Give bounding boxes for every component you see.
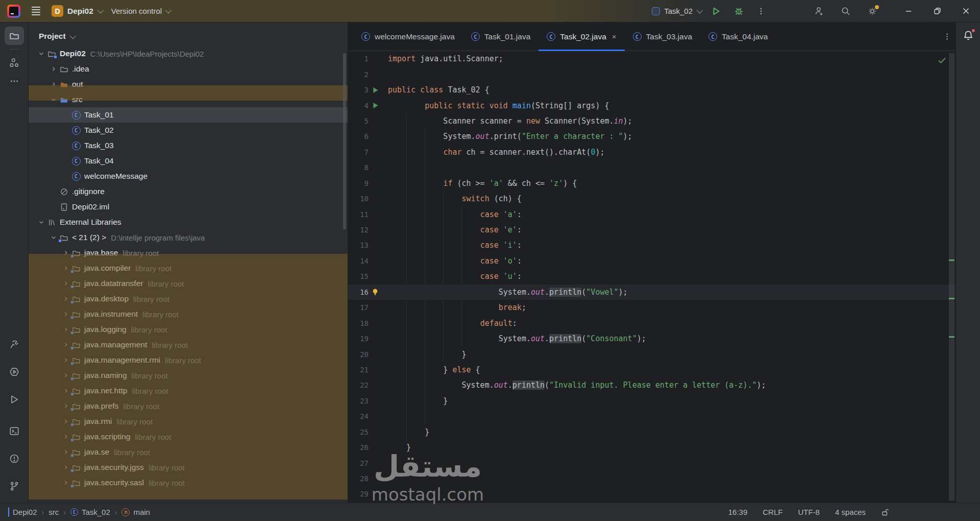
tab-welcomemessage-java[interactable]: CwelcomeMessage.java bbox=[353, 22, 463, 51]
line-number[interactable]: 13 bbox=[348, 241, 369, 249]
chevron-right-icon[interactable] bbox=[60, 418, 71, 424]
line-number[interactable]: 10 bbox=[348, 195, 369, 203]
tree-item-java-management-rmi[interactable]: java.management.rmilibrary root bbox=[29, 352, 348, 368]
tree-item-task-01[interactable]: CTask_01 bbox=[29, 107, 348, 123]
indent-setting[interactable]: 4 spaces bbox=[835, 508, 866, 516]
tab-options-button[interactable] bbox=[938, 22, 955, 51]
code-line-22[interactable]: 22 System.out.println("Invalid input. Pl… bbox=[348, 377, 955, 393]
line-number[interactable]: 1 bbox=[348, 55, 369, 63]
line-number[interactable]: 23 bbox=[348, 397, 369, 405]
chevron-down-icon[interactable] bbox=[48, 234, 59, 241]
tree-item-java-prefs[interactable]: java.prefslibrary root bbox=[29, 398, 348, 414]
code-line-4[interactable]: 4 public static void main(String[] args)… bbox=[348, 98, 955, 113]
tree-item-java-management[interactable]: java.managementlibrary root bbox=[29, 337, 348, 352]
code-line-15[interactable]: 15 case 'u': bbox=[348, 269, 955, 284]
code-line-8[interactable]: 8 bbox=[348, 160, 955, 175]
tree-item-java-security-jgss[interactable]: java.security.jgsslibrary root bbox=[29, 460, 348, 475]
tree-item-task-04[interactable]: CTask_04 bbox=[29, 153, 348, 169]
services-tool-button[interactable] bbox=[5, 363, 24, 381]
chevron-right-icon[interactable] bbox=[60, 250, 71, 256]
chevron-right-icon[interactable] bbox=[60, 311, 71, 317]
tree-item-java-security-sasl[interactable]: java.security.sasllibrary root bbox=[29, 475, 348, 490]
line-number[interactable]: 3 bbox=[348, 86, 369, 94]
run-tool-button[interactable] bbox=[5, 390, 24, 409]
structure-tool-button[interactable] bbox=[5, 54, 24, 72]
code-line-21[interactable]: 21 } else { bbox=[348, 362, 955, 377]
main-menu-button[interactable] bbox=[30, 5, 42, 17]
line-separator[interactable]: CRLF bbox=[763, 508, 782, 516]
tree-item-task-02[interactable]: CTask_02 bbox=[29, 123, 348, 138]
tree-scrollbar[interactable] bbox=[343, 53, 346, 229]
chevron-right-icon[interactable] bbox=[60, 342, 71, 348]
settings-button[interactable] bbox=[865, 4, 880, 19]
tree-item-java-rmi[interactable]: java.rmilibrary root bbox=[29, 414, 348, 429]
tab-task-04-java[interactable]: CTask_04.java bbox=[700, 22, 776, 51]
window-minimize-button[interactable] bbox=[894, 0, 923, 22]
tree-item-depi02-iml[interactable]: Depi02.iml bbox=[29, 199, 348, 215]
code-editor[interactable]: 1import java.util.Scanner;23public class… bbox=[348, 51, 955, 503]
caret-position[interactable]: 16:39 bbox=[728, 508, 748, 516]
code-line-6[interactable]: 6 System.out.print("Enter a character : … bbox=[348, 129, 955, 144]
tree-item-java-compiler[interactable]: java.compilerlibrary root bbox=[29, 260, 348, 276]
terminal-tool-button[interactable] bbox=[5, 422, 24, 440]
breadcrumb-depi02[interactable]: Depi02 bbox=[8, 508, 37, 516]
chevron-right-icon[interactable] bbox=[60, 280, 71, 287]
tree-item-java-logging[interactable]: java.logginglibrary root bbox=[29, 322, 348, 337]
line-number[interactable]: 14 bbox=[348, 257, 369, 265]
tree-item-depi02[interactable]: Depi02C:\Users\HP\IdeaProjects\Depi02 bbox=[29, 46, 348, 61]
line-number[interactable]: 2 bbox=[348, 70, 369, 79]
line-number[interactable]: 18 bbox=[348, 319, 369, 327]
breadcrumb-main[interactable]: mmain bbox=[121, 508, 150, 516]
chevron-down-icon[interactable] bbox=[36, 219, 47, 225]
version-control-tool-button[interactable] bbox=[5, 477, 24, 495]
run-gutter-icon[interactable] bbox=[369, 87, 382, 93]
chevron-right-icon[interactable] bbox=[60, 480, 71, 486]
window-restore-button[interactable] bbox=[923, 0, 951, 22]
tree-item-welcomemessage[interactable]: CwelcomeMessage bbox=[29, 169, 348, 184]
line-number[interactable]: 9 bbox=[348, 179, 369, 187]
project-panel-header[interactable]: Project bbox=[29, 22, 348, 46]
tree-item--21-2-[interactable]: < 21 (2) >D:\intellje program files\java bbox=[29, 230, 348, 245]
tab-task-02-java[interactable]: CTask_02.java× bbox=[538, 22, 624, 51]
code-line-19[interactable]: 19 System.out.println("Consonant"); bbox=[348, 331, 955, 346]
line-number[interactable]: 15 bbox=[348, 272, 369, 280]
code-with-me-button[interactable] bbox=[812, 4, 827, 19]
code-line-17[interactable]: 17 break; bbox=[348, 300, 955, 315]
line-number[interactable]: 24 bbox=[348, 412, 369, 420]
close-tab-icon[interactable]: × bbox=[612, 32, 617, 41]
build-tool-button[interactable] bbox=[5, 335, 24, 353]
code-line-18[interactable]: 18 default: bbox=[348, 315, 955, 330]
window-close-button[interactable] bbox=[951, 0, 980, 22]
tree-item-java-net-http[interactable]: java.net.httplibrary root bbox=[29, 383, 348, 398]
usage-marker[interactable] bbox=[949, 336, 954, 338]
vcs-widget[interactable]: Version control bbox=[111, 7, 170, 15]
code-line-24[interactable]: 24 bbox=[348, 409, 955, 424]
line-number[interactable]: 7 bbox=[348, 148, 369, 156]
chevron-down-icon[interactable] bbox=[48, 97, 59, 103]
code-line-29[interactable]: 29 bbox=[348, 486, 955, 502]
line-number[interactable]: 20 bbox=[348, 350, 369, 359]
chevron-right-icon[interactable] bbox=[60, 296, 71, 302]
tree-item-java-naming[interactable]: java.naminglibrary root bbox=[29, 368, 348, 383]
tree-item-out[interactable]: out bbox=[29, 77, 348, 92]
code-line-11[interactable]: 11 case 'a': bbox=[348, 206, 955, 222]
run-button[interactable] bbox=[708, 4, 724, 19]
chevron-right-icon[interactable] bbox=[48, 66, 59, 72]
chevron-right-icon[interactable] bbox=[60, 372, 71, 378]
line-number[interactable]: 6 bbox=[348, 132, 369, 140]
code-line-28[interactable]: 28 bbox=[348, 471, 955, 486]
tree-item-src[interactable]: src bbox=[29, 92, 348, 107]
line-number[interactable]: 22 bbox=[348, 381, 369, 389]
editor-scrollbar[interactable] bbox=[949, 53, 954, 501]
line-number[interactable]: 12 bbox=[348, 226, 369, 234]
code-line-14[interactable]: 14 case 'o': bbox=[348, 253, 955, 269]
tree-item-java-scripting[interactable]: java.scriptinglibrary root bbox=[29, 429, 348, 444]
code-line-16[interactable]: 16 System.out.println("Vowel"); bbox=[348, 285, 955, 300]
usage-marker[interactable] bbox=[949, 259, 954, 261]
chevron-right-icon[interactable] bbox=[60, 265, 71, 271]
breadcrumb-task_02[interactable]: CTask_02 bbox=[70, 508, 110, 516]
problems-tool-button[interactable] bbox=[5, 449, 24, 468]
line-number[interactable]: 29 bbox=[348, 490, 369, 498]
line-number[interactable]: 16 bbox=[348, 288, 369, 296]
code-line-20[interactable]: 20 } bbox=[348, 346, 955, 362]
